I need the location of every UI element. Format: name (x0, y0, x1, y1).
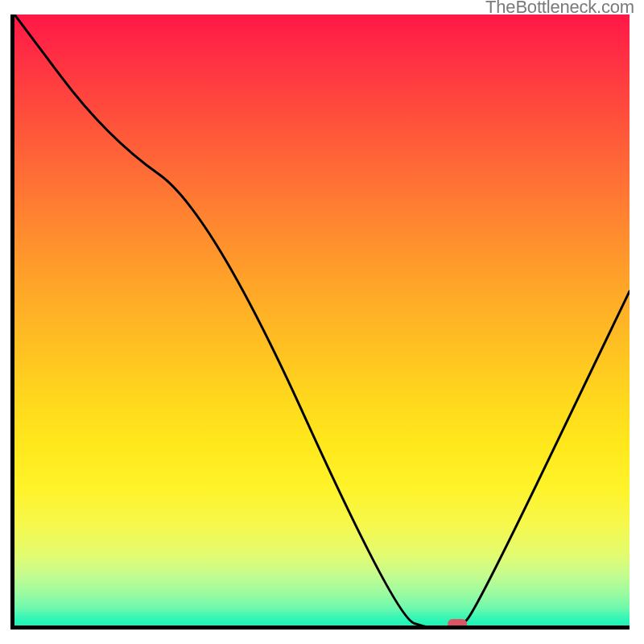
chart-svg (14, 14, 630, 630)
plot-area (14, 14, 630, 630)
chart-container: TheBottleneck.com (0, 0, 644, 644)
bottleneck-curve (14, 14, 630, 630)
y-axis (10, 14, 14, 630)
x-axis (14, 625, 630, 630)
